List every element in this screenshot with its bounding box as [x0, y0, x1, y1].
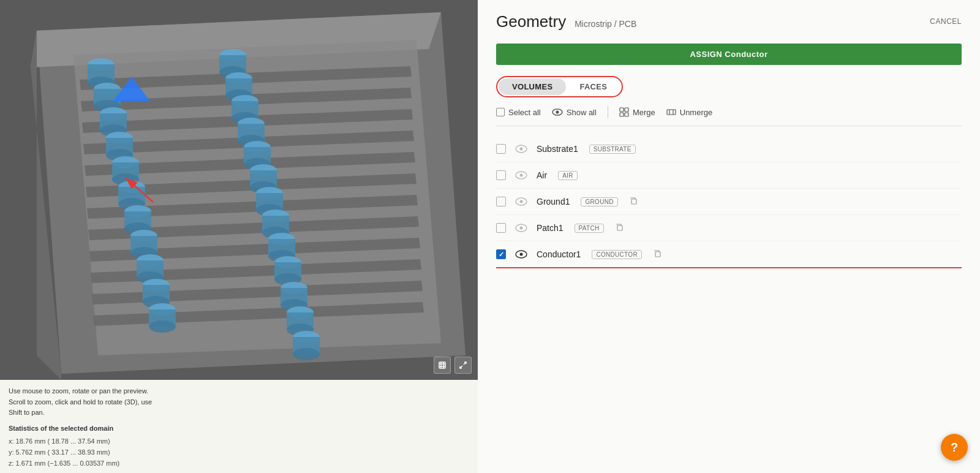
patch1-checkbox[interactable]: [496, 223, 506, 233]
show-all-item[interactable]: Show all: [552, 107, 597, 118]
material-row-conductor1: Conductor1 CONDUCTOR: [496, 241, 962, 268]
svg-point-111: [520, 174, 523, 177]
cancel-button[interactable]: CANCEL: [930, 17, 962, 26]
scene-svg: [0, 0, 478, 380]
svg-point-100: [556, 111, 559, 114]
material-list: Substrate1 SUBSTRATE Air AIR: [496, 136, 962, 268]
fullscreen-button[interactable]: [434, 357, 451, 374]
patch1-eye[interactable]: [514, 221, 528, 235]
tab-faces[interactable]: FACES: [566, 78, 620, 95]
help-button[interactable]: ?: [941, 434, 968, 461]
expand-button[interactable]: [454, 357, 472, 374]
toolbar-separator: [608, 106, 608, 118]
toolbar-row: Select all Show all Merge: [496, 106, 962, 126]
conductor1-eye[interactable]: [514, 248, 528, 261]
ground1-name: Ground1: [537, 197, 570, 206]
material-row-substrate1: Substrate1 SUBSTRATE: [496, 136, 962, 162]
ground1-eye[interactable]: [514, 195, 528, 208]
patch1-copy-icon[interactable]: [615, 223, 625, 233]
patch1-tag: PATCH: [575, 224, 604, 233]
svg-rect-103: [620, 113, 624, 116]
air-checkbox[interactable]: [496, 170, 506, 180]
svg-point-88: [293, 348, 320, 360]
show-all-eye-icon: [552, 107, 563, 118]
panel-header: Geometry Microstrip / PCB: [496, 12, 962, 31]
svg-rect-120: [655, 252, 660, 257]
coord-z: z: 1.671 mm (−1.635 ... 0.03537 mm): [9, 458, 469, 469]
svg-rect-102: [625, 108, 628, 112]
stats-label: Statistics of the selected domain: [9, 423, 469, 434]
air-eye[interactable]: [514, 168, 528, 182]
select-all-checkbox[interactable]: [496, 108, 505, 116]
merge-icon: [619, 107, 629, 117]
page-title: Geometry: [496, 12, 566, 31]
coord-x: x: 18.76 mm ( 18.78 ... 37.54 mm): [9, 436, 469, 447]
select-all-label: Select all: [508, 108, 541, 117]
page-subtitle: Microstrip / PCB: [575, 19, 636, 29]
svg-point-119: [520, 253, 523, 256]
air-name: Air: [537, 170, 547, 180]
substrate1-tag: SUBSTRATE: [589, 145, 636, 154]
material-row-patch1: Patch1 PATCH: [496, 215, 962, 241]
material-row-air: Air AIR: [496, 162, 962, 189]
unmerge-icon: [666, 107, 676, 117]
assign-conductor-button[interactable]: ASSIGN Conductor: [496, 44, 962, 65]
svg-point-113: [520, 200, 523, 203]
conductor1-copy-icon[interactable]: [653, 249, 663, 259]
svg-rect-104: [625, 113, 628, 116]
substrate1-eye[interactable]: [514, 142, 528, 156]
viewport-info: Use mouse to zoom, rotate or pan the pre…: [0, 380, 478, 473]
svg-rect-114: [631, 199, 636, 204]
merge-item[interactable]: Merge: [619, 107, 655, 117]
air-tag: AIR: [558, 171, 578, 180]
patch1-name: Patch1: [537, 223, 564, 233]
viewport-hint: Use mouse to zoom, rotate or pan the pre…: [9, 386, 469, 418]
conductor1-name: Conductor1: [537, 249, 581, 259]
ground1-checkbox[interactable]: [496, 197, 506, 206]
svg-rect-117: [617, 225, 622, 230]
viewport-panel: Use mouse to zoom, rotate or pan the pre…: [0, 0, 478, 473]
viewport-controls: [434, 357, 472, 374]
select-all-item[interactable]: Select all: [496, 108, 541, 117]
unmerge-item[interactable]: Unmerge: [666, 107, 712, 117]
coord-y: y: 5.762 mm ( 33.17 ... 38.93 mm): [9, 447, 469, 458]
viewport-canvas[interactable]: [0, 0, 478, 380]
substrate1-name: Substrate1: [537, 144, 578, 154]
tabs-container: VOLUMES FACES: [496, 76, 623, 97]
conductor1-checkbox[interactable]: [496, 249, 506, 259]
material-row-ground1: Ground1 GROUND: [496, 189, 962, 215]
svg-rect-92: [439, 362, 445, 368]
ground1-tag: GROUND: [581, 197, 617, 206]
3d-scene[interactable]: [0, 0, 478, 380]
svg-rect-105: [667, 110, 676, 115]
svg-point-116: [520, 227, 523, 230]
unmerge-label: Unmerge: [680, 108, 712, 117]
tab-volumes[interactable]: VOLUMES: [499, 78, 566, 95]
show-all-label: Show all: [567, 108, 597, 117]
svg-point-109: [520, 148, 523, 151]
substrate1-checkbox[interactable]: [496, 144, 506, 154]
merge-label: Merge: [633, 108, 655, 117]
svg-point-49: [149, 320, 176, 333]
ground1-copy-icon[interactable]: [629, 197, 639, 206]
conductor1-tag: CONDUCTOR: [592, 250, 642, 259]
svg-rect-101: [620, 108, 624, 112]
right-panel: Geometry Microstrip / PCB CANCEL ASSIGN …: [478, 0, 980, 473]
